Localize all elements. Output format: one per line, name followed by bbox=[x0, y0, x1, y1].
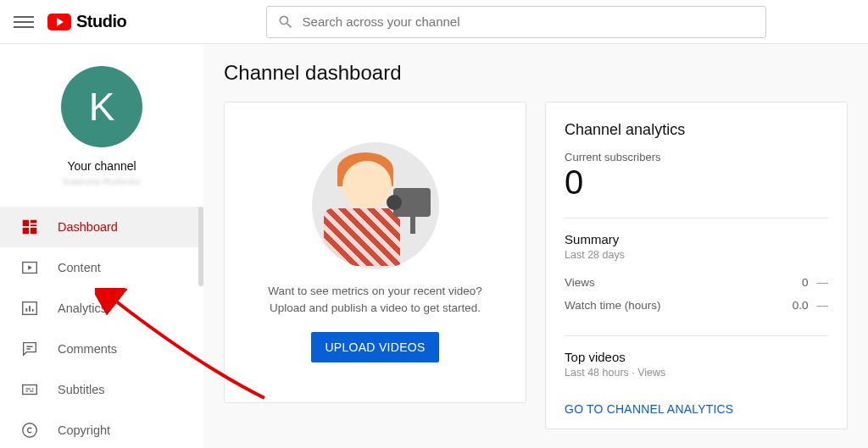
sidebar-item-label: Copyright bbox=[58, 423, 110, 437]
analytics-card-title: Channel analytics bbox=[565, 121, 828, 139]
top-videos-subtitle: Last 48 hours · Views bbox=[565, 367, 828, 379]
sidebar-item-dashboard[interactable]: Dashboard bbox=[0, 207, 203, 247]
sidebar-item-label: Comments bbox=[58, 342, 117, 356]
empty-state-text-1: Want to see metrics on your recent video… bbox=[268, 283, 481, 300]
svg-point-8 bbox=[23, 423, 37, 438]
top-videos-title: Top videos bbox=[565, 350, 828, 364]
svg-rect-4 bbox=[31, 228, 36, 234]
copyright-icon bbox=[20, 421, 39, 440]
sidebar-item-label: Subtitles bbox=[58, 383, 105, 396]
summary-row-watchtime: Watch time (hours) 0.0 — bbox=[565, 294, 828, 317]
sidebar-item-label: Content bbox=[58, 261, 101, 274]
channel-avatar[interactable]: K bbox=[61, 66, 142, 147]
sidebar-item-subtitles[interactable]: Subtitles bbox=[0, 369, 203, 410]
svg-rect-7 bbox=[23, 385, 37, 395]
sidebar-nav: Dashboard Content Analytics Comments bbox=[0, 207, 203, 448]
summary-subtitle: Last 28 days bbox=[565, 249, 828, 261]
channel-analytics-card: Channel analytics Current subscribers 0 … bbox=[545, 102, 848, 429]
svg-rect-2 bbox=[31, 224, 36, 226]
channel-name-label: Your channel bbox=[67, 159, 136, 173]
divider bbox=[565, 335, 828, 336]
summary-title: Summary bbox=[565, 232, 828, 246]
summary-row-views: Views 0 — bbox=[565, 271, 828, 294]
empty-state-text-2: Upload and publish a video to get starte… bbox=[270, 300, 481, 317]
svg-rect-1 bbox=[31, 220, 36, 224]
summary-row-value: 0 bbox=[802, 276, 809, 289]
upload-prompt-card: Want to see metrics on your recent video… bbox=[224, 102, 526, 403]
content-icon bbox=[20, 258, 39, 277]
main-area: Channel dashboard Want to see metrics on… bbox=[203, 44, 868, 448]
summary-row-label: Views bbox=[565, 276, 595, 289]
hamburger-menu-icon[interactable] bbox=[14, 12, 34, 32]
summary-row-delta: — bbox=[817, 299, 829, 312]
summary-row-delta: — bbox=[817, 276, 829, 289]
sidebar-item-comments[interactable]: Comments bbox=[0, 329, 203, 369]
svg-rect-3 bbox=[23, 228, 29, 234]
youtube-studio-logo[interactable]: Studio bbox=[47, 12, 126, 31]
dashboard-icon bbox=[20, 218, 39, 236]
sidebar-item-label: Dashboard bbox=[58, 220, 118, 234]
search-icon bbox=[277, 14, 294, 30]
sidebar-item-label: Analytics bbox=[58, 301, 107, 315]
divider bbox=[565, 218, 828, 218]
sidebar-item-copyright[interactable]: Copyright bbox=[0, 410, 203, 448]
sidebar-item-content[interactable]: Content bbox=[0, 247, 203, 288]
svg-rect-0 bbox=[23, 220, 29, 226]
header: Studio bbox=[0, 0, 868, 44]
comments-icon bbox=[20, 340, 39, 358]
youtube-play-icon bbox=[47, 14, 71, 30]
summary-row-value: 0.0 bbox=[793, 299, 809, 312]
subscribers-label: Current subscribers bbox=[565, 151, 828, 163]
sidebar: K Your channel Kateryna Rudenko Dashboar… bbox=[0, 44, 203, 448]
analytics-icon bbox=[20, 299, 39, 318]
upload-videos-button[interactable]: UPLOAD VIDEOS bbox=[311, 332, 438, 362]
channel-owner-name: Kateryna Rudenko bbox=[63, 176, 140, 186]
scrollbar-thumb[interactable] bbox=[198, 207, 203, 286]
subscribers-count: 0 bbox=[565, 165, 828, 199]
brand-text: Studio bbox=[76, 12, 126, 31]
search-input[interactable] bbox=[303, 14, 755, 29]
sidebar-item-analytics[interactable]: Analytics bbox=[0, 288, 203, 329]
summary-row-label: Watch time (hours) bbox=[565, 299, 661, 312]
go-to-analytics-link[interactable]: GO TO CHANNEL ANALYTICS bbox=[565, 402, 733, 416]
upload-illustration bbox=[312, 142, 439, 269]
page-title: Channel dashboard bbox=[224, 61, 848, 85]
subtitles-icon bbox=[20, 380, 39, 399]
search-box[interactable] bbox=[266, 6, 766, 38]
